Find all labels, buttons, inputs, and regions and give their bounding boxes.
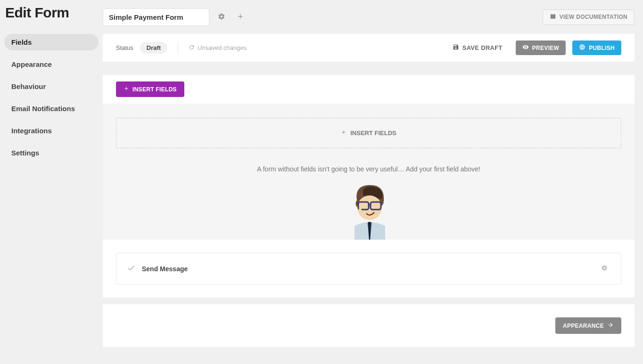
save-icon <box>453 44 459 52</box>
topbar: VIEW DOCUMENTATION <box>103 0 643 28</box>
publish-button[interactable]: PUBLISH <box>572 40 621 55</box>
form-name-input[interactable] <box>103 8 209 26</box>
form-settings-button[interactable] <box>215 10 228 24</box>
view-documentation-button[interactable]: VIEW DOCUMENTATION <box>543 9 635 25</box>
sidebar: Edit Form Fields Appearance Behaviour Em… <box>0 0 103 364</box>
main: VIEW DOCUMENTATION Status Draft Unsaved … <box>103 0 643 364</box>
nav-list: Fields Appearance Behaviour Email Notifi… <box>4 34 99 161</box>
submit-field[interactable]: Send Message <box>116 253 621 284</box>
svg-point-0 <box>357 195 382 220</box>
eye-icon <box>522 44 529 52</box>
divider <box>178 42 178 54</box>
svg-point-4 <box>359 208 362 211</box>
preview-button[interactable]: PREVIEW <box>516 40 566 55</box>
insert-fields-dropzone[interactable]: INSERT FIELDS <box>116 118 621 148</box>
publish-label: PUBLISH <box>589 45 615 51</box>
dropzone-label: INSERT FIELDS <box>350 129 396 137</box>
preview-label: PREVIEW <box>532 45 559 51</box>
editor-card: INSERT FIELDS INSERT FIELDS A form witho… <box>103 75 635 298</box>
page-title: Edit Form <box>4 5 99 21</box>
status-card: Status Draft Unsaved changes <box>103 34 635 62</box>
unsaved-indicator: Unsaved changes <box>189 44 247 52</box>
view-documentation-label: VIEW DOCUMENTATION <box>560 14 627 20</box>
status-value: Draft <box>140 42 167 54</box>
sidebar-item-fields[interactable]: Fields <box>4 34 99 50</box>
sidebar-item-email-notifications[interactable]: Email Notifications <box>4 100 99 117</box>
submit-field-settings-button[interactable] <box>598 262 610 275</box>
status-label: Status <box>116 44 133 51</box>
sidebar-item-appearance[interactable]: Appearance <box>4 56 99 73</box>
footer-card: APPEARANCE <box>103 304 635 347</box>
empty-state-illustration <box>116 181 621 240</box>
sidebar-item-integrations[interactable]: Integrations <box>4 122 99 139</box>
plus-icon <box>341 129 346 137</box>
arrow-right-icon <box>607 322 614 330</box>
canvas-area: INSERT FIELDS A form without fields isn'… <box>103 104 635 240</box>
sidebar-item-behaviour[interactable]: Behaviour <box>4 78 99 95</box>
gear-icon <box>601 265 608 273</box>
plus-icon <box>237 13 244 22</box>
insert-fields-button[interactable]: INSERT FIELDS <box>116 81 184 97</box>
plus-icon <box>124 86 129 93</box>
save-draft-button[interactable]: SAVE DRAFT <box>446 40 509 55</box>
submit-field-label: Send Message <box>142 265 188 273</box>
sidebar-item-settings[interactable]: Settings <box>4 145 99 161</box>
refresh-icon <box>189 44 195 52</box>
unsaved-text: Unsaved changes <box>198 44 247 51</box>
add-form-button[interactable] <box>234 10 247 24</box>
insert-fields-label: INSERT FIELDS <box>132 86 177 93</box>
appearance-next-button[interactable]: APPEARANCE <box>555 317 621 334</box>
svg-point-5 <box>368 222 371 226</box>
appearance-next-label: APPEARANCE <box>563 323 604 329</box>
book-icon <box>550 13 556 21</box>
save-draft-label: SAVE DRAFT <box>462 44 503 51</box>
check-icon <box>127 264 135 274</box>
gear-icon <box>218 13 225 22</box>
empty-state-text: A form without fields isn't going to be … <box>116 165 621 173</box>
globe-icon <box>579 44 585 52</box>
